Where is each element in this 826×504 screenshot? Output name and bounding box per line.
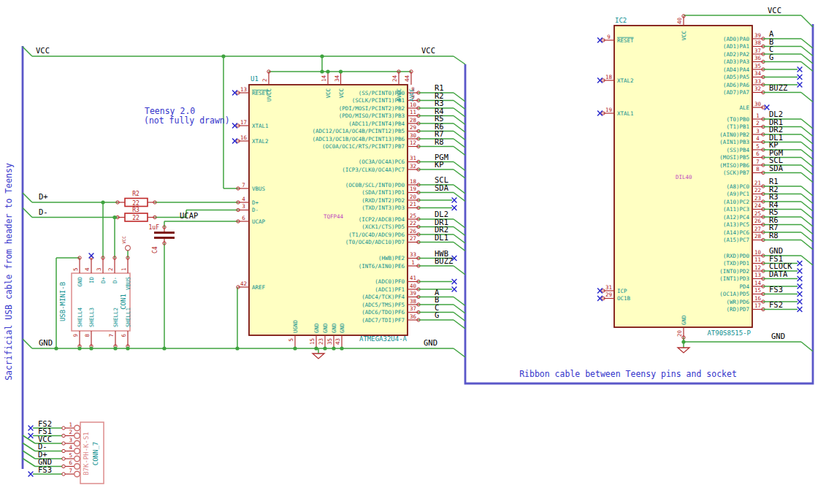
net-label-g[interactable]: G (769, 53, 773, 61)
net-label-dplus[interactable]: D+ (39, 192, 48, 201)
r2-ref[interactable]: R2 (132, 191, 139, 197)
u1-part[interactable]: ATMEGA32U4-A (359, 335, 408, 343)
net-label-r8[interactable]: R8 (435, 137, 444, 146)
bus-entry (454, 116, 465, 125)
ic2-pin-number: 10 (754, 249, 762, 256)
u1-pin-number: 33 (410, 251, 416, 258)
u1-pin-number: 19 (410, 186, 416, 192)
pin-end-circle (62, 442, 65, 445)
bus-entry (801, 134, 813, 144)
ic2-pin-number: 33 (754, 78, 761, 85)
conn7-pad (74, 471, 80, 477)
net-label-buzz[interactable]: BUZZ (769, 83, 787, 92)
bus-entry (454, 297, 465, 306)
u1-pin-name: (ADC1)PF1 (375, 286, 405, 293)
net-label-vcc-left[interactable]: VCC (36, 46, 50, 55)
ic2-pin-name: (T1)PB1 (726, 123, 749, 130)
bus-entry (801, 240, 813, 250)
conn7-ref[interactable]: CONN_7 (92, 442, 99, 466)
bus-entry (801, 47, 813, 56)
con1-part[interactable]: USB-MINI-B (59, 282, 66, 321)
net-label-g[interactable]: G (435, 310, 439, 319)
ic2-pin-name: (TXD)PD1 (723, 260, 749, 267)
net-label-vcc-u1[interactable]: VCC (421, 46, 435, 55)
bus-entry (801, 173, 813, 183)
u1-pin-name: (ADC13/OC1B/OC4B/PCINT13)PB6 (313, 136, 405, 142)
u1-pin-number: 34 (334, 75, 340, 82)
u1-pin-name: (T0/OC4D/ADC10)PD7 (345, 239, 405, 245)
ic2-pin-number: 35 (754, 63, 761, 69)
junction-dot (77, 346, 81, 350)
u1-ref[interactable]: U1 (251, 75, 259, 83)
bus-entry (454, 305, 465, 313)
r3-value[interactable]: 22 (132, 215, 139, 221)
net-label-fs3[interactable]: FS3 (38, 465, 52, 474)
r2-value[interactable]: 22 (132, 200, 139, 207)
ic2-part[interactable]: AT90S8515-P (707, 329, 751, 337)
net-label-sda[interactable]: SDA (435, 183, 449, 192)
net-label-buzz[interactable]: BUZZ (435, 256, 453, 265)
con1-pin-name: SHELL2 (112, 308, 119, 327)
junction-dot (320, 54, 324, 58)
net-label-gnd-u1[interactable]: GND (424, 338, 437, 347)
bus-entry (23, 451, 35, 459)
u1-pin-name: GND (313, 323, 320, 333)
u1-pin-number: 32 (410, 163, 416, 169)
net-label-gnd-left[interactable]: GND (39, 338, 53, 347)
net-label-r8[interactable]: R8 (769, 231, 779, 240)
bus-entry (454, 131, 465, 140)
net-label-dl1[interactable]: DL1 (435, 233, 448, 242)
bus-entry (801, 93, 813, 102)
bus-entry (454, 234, 465, 243)
u1-pin-number: 21 (410, 201, 416, 207)
ic2-pin-number: 7 (756, 159, 760, 165)
con1-pin-name: ID (88, 277, 95, 284)
bus-entry (454, 227, 465, 236)
u1-footprint[interactable]: TQFP44 (324, 213, 344, 220)
usb-cable-note[interactable]: Sacrificial USB cable from header to Tee… (4, 163, 14, 381)
bus-entry (801, 119, 813, 129)
ic2-pin-number: 16 (754, 295, 762, 302)
net-label-fs3[interactable]: FS3 (769, 285, 783, 294)
bus-entry (23, 435, 35, 443)
net-label-kp[interactable]: KP (435, 160, 444, 169)
u1-pin-number: 6 (242, 215, 245, 221)
c4-value[interactable]: 1uF (149, 224, 160, 231)
net-label-dminus[interactable]: D- (39, 207, 48, 216)
net-label-vcc-ic2[interactable]: VCC (768, 6, 781, 15)
ribbon-cable-note[interactable]: Ribbon cable between Teensy pins and soc… (519, 369, 737, 379)
vcc-power-symbol-label[interactable]: VCC (121, 236, 126, 244)
bus-entry (801, 217, 813, 226)
ic2-footprint[interactable]: DIL40 (676, 174, 692, 180)
net-label-fs2[interactable]: FS2 (769, 300, 783, 309)
net-label-gnd-ic2[interactable]: GND (771, 332, 785, 340)
ic2-ref[interactable]: IC2 (615, 17, 627, 24)
vcc-power-symbol (126, 245, 131, 251)
u1-pin-number: 23 (318, 338, 324, 345)
r3-ref[interactable]: R3 (132, 207, 139, 213)
c4-ref[interactable]: C4 (152, 246, 158, 253)
ic2-pin-name: (AIN0)PB2 (719, 131, 749, 138)
bus-entry (801, 142, 813, 152)
ic2-pin-number: 19 (605, 107, 612, 113)
u1-pin-name: UCAP (252, 218, 266, 225)
no-connect-icon (28, 472, 34, 477)
junction-dot (340, 346, 343, 350)
teensy-note-line2[interactable]: (not fully drawn) (144, 115, 230, 126)
no-connect-icon (798, 299, 803, 305)
con1-pin-number: 4 (84, 267, 91, 271)
conn7-part[interactable]: B7K-PH-K-S1 (83, 432, 90, 476)
ic2-pin-name: (INT0)PD2 (719, 268, 749, 275)
con1-ref[interactable]: CON1 (120, 294, 127, 310)
ic2-pin-name: (A12)PC4 (723, 214, 750, 221)
u1-pin-number: 27 (410, 235, 416, 242)
no-connect-icon (798, 307, 803, 312)
conn7-pad (74, 425, 80, 431)
pin-end-circle (62, 465, 65, 467)
net-label-sda[interactable]: SDA (769, 164, 784, 172)
bus-entry (454, 266, 465, 275)
net-label-ucap[interactable]: UCAP (180, 211, 198, 220)
teensy-note-line1[interactable]: Teensy 2.0 (145, 106, 195, 116)
net-label-data[interactable]: DATA (769, 270, 788, 278)
ic2-pin-name: PD4 (739, 283, 749, 290)
